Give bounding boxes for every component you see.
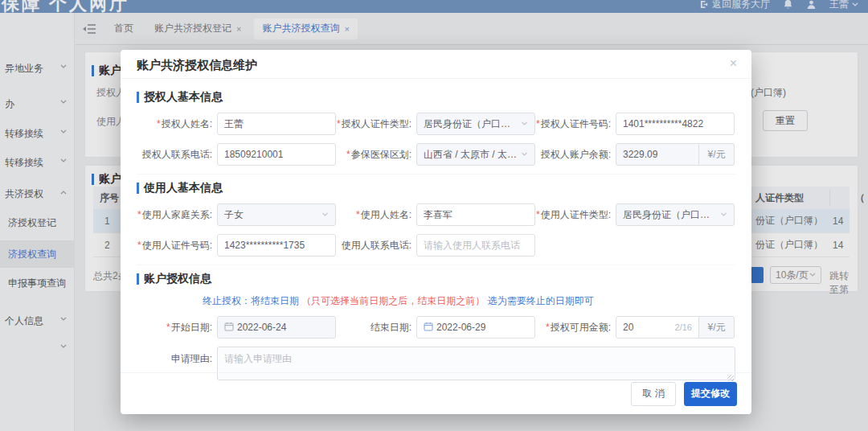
chevron-down-icon <box>521 121 528 126</box>
user-phone-input[interactable] <box>416 234 535 257</box>
authorizer-info-section: 授权人基本信息 *授权人姓名: 王蕾 *授权人证件类型: 居民身份证（户口簿） <box>137 84 735 166</box>
currency-unit-label: ¥/元 <box>699 143 735 166</box>
currency-unit-label: ¥/元 <box>699 316 735 339</box>
section-title: 账户授权信息 <box>144 272 211 286</box>
insured-region-select: 山西省 / 太原市 / 太原市市... <box>416 143 535 166</box>
user-cert-type-select: 居民身份证（户口簿） <box>616 203 735 226</box>
family-relation-select: 子女 <box>217 203 336 226</box>
submit-modify-button[interactable]: 提交修改 <box>684 382 737 406</box>
auth-info-maintenance-dialog: 账户共济授权信息维护 × 授权人基本信息 *授权人姓名: 王蕾 *授权人证件类型… <box>121 50 751 414</box>
calendar-icon <box>424 322 433 334</box>
end-date-picker[interactable]: 2022-06-29 <box>416 316 535 339</box>
calendar-icon <box>224 322 234 334</box>
section-title: 授权人基本信息 <box>144 90 223 105</box>
authorizer-cert-type-select: 居民身份证（户口簿） <box>416 113 535 135</box>
available-amount-input[interactable]: 20 2/16 <box>616 316 699 339</box>
authorizer-cert-no-field[interactable]: 1401**********4822 <box>616 113 735 135</box>
authorizer-phone-field[interactable]: 18509210001 <box>217 143 336 166</box>
close-icon[interactable]: × <box>730 56 737 71</box>
char-counter: 2/16 <box>675 322 692 332</box>
chevron-down-icon <box>720 212 727 217</box>
cancel-button[interactable]: 取 消 <box>631 382 676 406</box>
terminate-auth-hint: 终止授权：将结束日期 （只可选择当前日期之后，结束日期之前） 选为需要终止的日期… <box>203 294 735 308</box>
chevron-down-icon <box>321 212 329 217</box>
user-cert-no-field[interactable]: 1423**********1735 <box>217 234 336 257</box>
user-name-field[interactable]: 李喜军 <box>416 203 535 226</box>
authorizer-name-field[interactable]: 王蕾 <box>217 113 336 135</box>
start-date-picker: 2022-06-24 <box>217 316 336 339</box>
account-auth-section: 账户授权信息 终止授权：将结束日期 （只可选择当前日期之后，结束日期之前） 选为… <box>137 265 735 384</box>
chevron-down-icon <box>521 152 528 157</box>
section-title: 使用人基本信息 <box>144 181 223 195</box>
app-page: 保障 个人网厅 返回服务大厅 王蕾 异地业 <box>0 0 868 431</box>
dialog-title: 账户共济授权信息维护 <box>137 58 257 72</box>
user-info-section: 使用人基本信息 *使用人家庭关系: 子女 *使用人姓名: 李喜军 <box>137 174 735 257</box>
dialog-footer: 取 消 提交修改 <box>121 372 751 414</box>
account-balance-field: 3229.09 <box>616 143 699 166</box>
